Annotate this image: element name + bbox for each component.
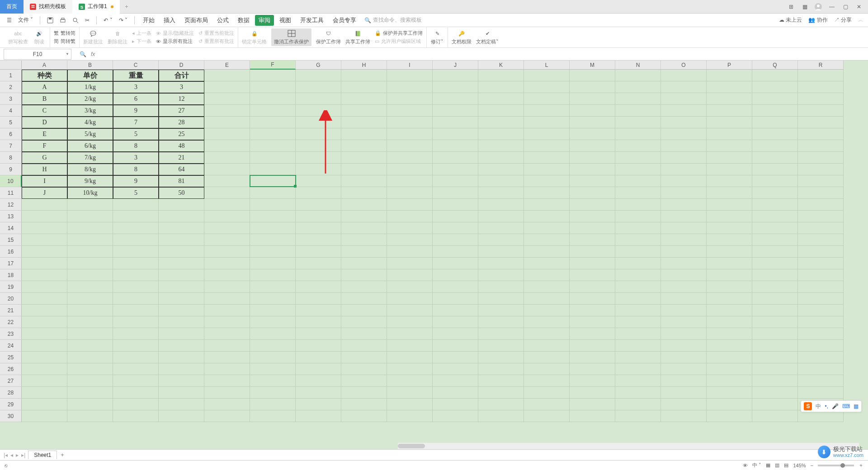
- cell[interactable]: [433, 140, 478, 152]
- col-header[interactable]: P: [707, 61, 752, 70]
- row-header[interactable]: 1: [0, 70, 22, 81]
- cell[interactable]: [615, 258, 661, 269]
- cell[interactable]: [387, 187, 433, 199]
- cell[interactable]: [707, 269, 752, 281]
- cell[interactable]: [433, 234, 478, 246]
- cell[interactable]: [341, 316, 387, 328]
- cell[interactable]: [67, 410, 113, 422]
- cell[interactable]: [341, 375, 387, 387]
- cell[interactable]: [524, 352, 570, 363]
- cell[interactable]: [387, 387, 433, 399]
- cell[interactable]: [478, 328, 524, 340]
- delete-comment-button[interactable]: 🗑删除批注: [108, 29, 127, 45]
- cell[interactable]: A: [22, 81, 67, 93]
- cell[interactable]: [615, 117, 661, 128]
- cell[interactable]: [204, 222, 250, 234]
- cell[interactable]: [22, 234, 67, 246]
- cell[interactable]: [752, 199, 798, 211]
- protect-share-button[interactable]: 🔒保护并共享工作簿: [375, 30, 423, 37]
- cell[interactable]: [661, 105, 707, 117]
- cell[interactable]: [524, 316, 570, 328]
- cell[interactable]: [387, 340, 433, 352]
- cell[interactable]: [570, 293, 615, 305]
- cell[interactable]: [341, 222, 387, 234]
- cell[interactable]: [296, 128, 341, 140]
- cell[interactable]: [296, 222, 341, 234]
- row-header[interactable]: 9: [0, 164, 22, 175]
- collab-button[interactable]: 👥 协作: [808, 16, 827, 24]
- col-header[interactable]: L: [524, 61, 570, 70]
- cell[interactable]: [204, 281, 250, 293]
- cell[interactable]: [341, 199, 387, 211]
- row-header[interactable]: 22: [0, 316, 22, 328]
- row-header[interactable]: 21: [0, 305, 22, 316]
- cell[interactable]: [204, 187, 250, 199]
- cell[interactable]: [707, 105, 752, 117]
- cell[interactable]: [204, 199, 250, 211]
- cell[interactable]: [296, 81, 341, 93]
- cell[interactable]: [341, 105, 387, 117]
- cell[interactable]: [752, 105, 798, 117]
- row-header[interactable]: 29: [0, 399, 22, 410]
- cell[interactable]: [478, 352, 524, 363]
- cell[interactable]: [752, 152, 798, 164]
- cell[interactable]: [661, 399, 707, 410]
- cell[interactable]: [433, 70, 478, 81]
- cell[interactable]: [387, 234, 433, 246]
- cell[interactable]: [570, 340, 615, 352]
- cell[interactable]: [22, 293, 67, 305]
- cell[interactable]: [798, 117, 844, 128]
- sheet-nav-last[interactable]: ▸|: [21, 452, 25, 458]
- cell[interactable]: [22, 410, 67, 422]
- cell[interactable]: [204, 105, 250, 117]
- cell[interactable]: [478, 399, 524, 410]
- menu-tab-2[interactable]: 页面布局: [181, 15, 212, 26]
- cell[interactable]: [478, 140, 524, 152]
- cell[interactable]: [615, 246, 661, 258]
- cell[interactable]: [661, 211, 707, 222]
- cell[interactable]: [661, 140, 707, 152]
- cell[interactable]: [707, 387, 752, 399]
- cell[interactable]: [661, 234, 707, 246]
- row-header[interactable]: 13: [0, 211, 22, 222]
- cell[interactable]: [113, 399, 159, 410]
- cell[interactable]: [204, 164, 250, 175]
- cell[interactable]: [387, 211, 433, 222]
- cell[interactable]: [250, 281, 296, 293]
- cell[interactable]: [250, 246, 296, 258]
- cell[interactable]: [341, 211, 387, 222]
- cell[interactable]: [433, 93, 478, 105]
- cell[interactable]: 3: [113, 152, 159, 164]
- cell[interactable]: [661, 199, 707, 211]
- cell[interactable]: [433, 305, 478, 316]
- view-pagelayout-icon[interactable]: ▤: [784, 462, 788, 468]
- cell[interactable]: [341, 258, 387, 269]
- cell[interactable]: [433, 352, 478, 363]
- cell[interactable]: [341, 387, 387, 399]
- cell[interactable]: [752, 140, 798, 152]
- cell[interactable]: [22, 222, 67, 234]
- cell[interactable]: [798, 152, 844, 164]
- cell[interactable]: [661, 281, 707, 293]
- col-header[interactable]: Q: [752, 61, 798, 70]
- cell[interactable]: [22, 269, 67, 281]
- cell[interactable]: [387, 258, 433, 269]
- cell[interactable]: [524, 246, 570, 258]
- cell[interactable]: [341, 246, 387, 258]
- cell[interactable]: [22, 305, 67, 316]
- file-menu[interactable]: 文件 ˅: [16, 15, 35, 25]
- cell[interactable]: [113, 269, 159, 281]
- cell[interactable]: [570, 387, 615, 399]
- cell[interactable]: [570, 246, 615, 258]
- cell[interactable]: [570, 175, 615, 187]
- cell[interactable]: [798, 187, 844, 199]
- col-header[interactable]: F: [250, 61, 296, 70]
- cell[interactable]: [707, 164, 752, 175]
- print-icon[interactable]: [57, 16, 68, 25]
- cell[interactable]: [296, 316, 341, 328]
- cell[interactable]: [113, 340, 159, 352]
- cell[interactable]: 种类: [22, 70, 67, 81]
- cell[interactable]: [661, 305, 707, 316]
- cell[interactable]: [752, 81, 798, 93]
- cell[interactable]: [524, 164, 570, 175]
